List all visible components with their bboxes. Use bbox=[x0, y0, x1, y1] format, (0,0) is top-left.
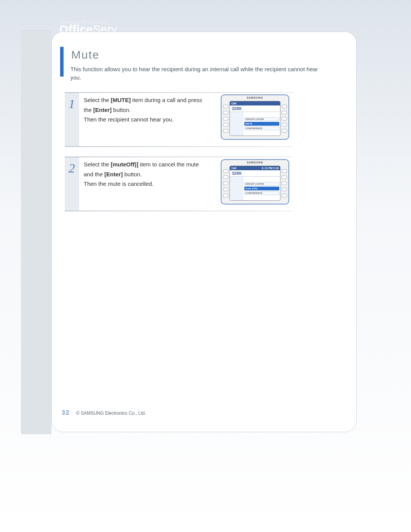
softkey bbox=[282, 182, 287, 185]
softkey bbox=[282, 188, 287, 191]
phone-maker: SAMSUNG bbox=[221, 160, 288, 166]
softkeys-left bbox=[223, 101, 228, 136]
copyright: © SAMSUNG Electronics Co., Ltd. bbox=[76, 411, 146, 416]
screen-body: GROUP LISTEN MUTE CONFERENCE bbox=[230, 112, 280, 136]
softkey bbox=[223, 129, 228, 133]
softkey bbox=[223, 117, 228, 120]
softkey bbox=[223, 123, 228, 126]
menu-item: CONFERENCE bbox=[244, 191, 279, 195]
phone-body: Call 8. 21 PM 3:18 3289: GROUP LISTEN mu… bbox=[221, 166, 288, 201]
softkey bbox=[282, 123, 287, 126]
softkey bbox=[282, 194, 287, 197]
t: button. bbox=[112, 107, 131, 113]
screen-head-left: Call bbox=[231, 102, 236, 105]
step-separator bbox=[65, 146, 293, 147]
screen-header: Call 8. 21 PM 3:18 bbox=[230, 166, 280, 170]
screen-body: GROUP LISTEN mute (Off) CONFERENCE bbox=[230, 177, 280, 200]
phone-screen: Call 8. 21 PM 3:18 3289: GROUP LISTEN mu… bbox=[229, 166, 280, 201]
screen-menu: GROUP LISTEN mute (Off) CONFERENCE bbox=[244, 177, 280, 200]
softkeys-right bbox=[282, 101, 287, 136]
t: Select the bbox=[84, 97, 111, 103]
page-title: Mute bbox=[71, 48, 100, 61]
step-text: Select the [MUTE] item during a call and… bbox=[84, 95, 206, 125]
softkeys-right bbox=[282, 166, 287, 201]
screen-number: 3289: bbox=[230, 105, 280, 112]
menu-item: CONFERENCE bbox=[244, 126, 279, 130]
screen-illustration bbox=[230, 177, 244, 200]
phone-screen: Call 3289: GROUP LISTEN MUTE CONFERENCE bbox=[229, 101, 280, 136]
screen-head-left: Call bbox=[231, 167, 236, 169]
screen-head-right: 8. 21 PM 3:18 bbox=[262, 167, 279, 169]
step-number: 1 bbox=[68, 97, 80, 111]
step-text: Select the [muteOff)] item to cancel the… bbox=[84, 160, 206, 189]
softkey bbox=[223, 188, 228, 191]
menu-item-selected: MUTE bbox=[244, 122, 279, 126]
page-number: 32 bbox=[62, 409, 70, 416]
screen-menu: GROUP LISTEN MUTE CONFERENCE bbox=[244, 112, 280, 136]
softkey bbox=[223, 176, 228, 179]
title-accent-bar bbox=[60, 47, 64, 77]
t: Select the bbox=[84, 161, 111, 168]
content-panel bbox=[51, 32, 357, 432]
step-separator bbox=[65, 157, 293, 157]
softkey bbox=[282, 169, 287, 173]
menu-item-selected: mute (Off) bbox=[244, 187, 279, 190]
document-page: Enterprise IP Solutions OfficeServ Mute … bbox=[0, 0, 411, 532]
softkey bbox=[223, 105, 228, 108]
softkey bbox=[282, 117, 287, 120]
phone-mock-2: SAMSUNG Call 8. 21 PM 3:18 3289: GROUP L… bbox=[221, 159, 289, 204]
softkey bbox=[223, 111, 228, 114]
softkey bbox=[282, 111, 287, 114]
softkey bbox=[282, 176, 287, 179]
t: button. bbox=[123, 171, 142, 177]
softkey bbox=[282, 105, 287, 108]
step-number: 2 bbox=[68, 161, 80, 176]
screen-number: 3289: bbox=[230, 170, 280, 177]
t-bold: [muteOff)] bbox=[111, 161, 138, 168]
softkey bbox=[223, 194, 228, 197]
step-result: Then the mute is cancelled. bbox=[84, 181, 153, 187]
screen-header: Call bbox=[230, 101, 280, 105]
step-result: Then the recipient cannot hear you. bbox=[84, 116, 174, 123]
softkey bbox=[223, 182, 228, 185]
phone-body: Call 3289: GROUP LISTEN MUTE CONFERENCE bbox=[221, 101, 288, 136]
phone-maker: SAMSUNG bbox=[221, 95, 288, 101]
t-bold: [Enter] bbox=[93, 107, 112, 113]
menu-item: GROUP LISTEN bbox=[244, 182, 279, 186]
left-margin-stripe bbox=[21, 30, 51, 434]
t-bold: [MUTE] bbox=[111, 97, 131, 103]
step-separator bbox=[65, 211, 293, 211]
screen-illustration bbox=[230, 112, 244, 136]
phone-mock-1: SAMSUNG Call 3289: GROUP LISTEN MUTE CON… bbox=[221, 94, 289, 140]
page-description: This function allows you to hear the rec… bbox=[70, 65, 329, 82]
softkey bbox=[282, 129, 287, 133]
softkey bbox=[223, 169, 228, 173]
step-separator bbox=[65, 92, 293, 93]
softkeys-left bbox=[223, 166, 228, 201]
menu-item: GROUP LISTEN bbox=[244, 117, 279, 121]
t-bold: [Enter] bbox=[104, 171, 123, 177]
